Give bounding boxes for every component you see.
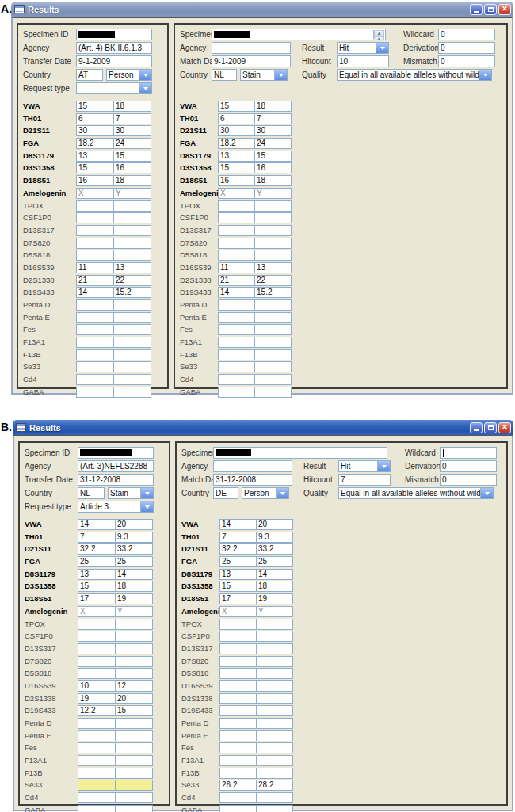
allele-value-cell[interactable]: [219, 705, 257, 716]
allele-value-cell[interactable]: 26.2: [219, 780, 257, 791]
allele-value-cell[interactable]: [78, 619, 116, 630]
allele-value-cell[interactable]: [219, 742, 257, 753]
allele-value-cell[interactable]: [113, 349, 151, 360]
allele-value-cell[interactable]: [254, 361, 292, 372]
allele-value-cell[interactable]: 33.2: [115, 543, 153, 555]
allele-value-cell[interactable]: 11: [76, 262, 114, 273]
allele-value-cell[interactable]: [113, 387, 151, 398]
allele-value-cell[interactable]: [115, 742, 153, 753]
allele-value-cell[interactable]: 11: [218, 262, 255, 273]
allele-value-cell[interactable]: [256, 742, 293, 753]
quality-dropdown[interactable]: Equal in all available alleles without w…: [338, 487, 494, 499]
match-date-field[interactable]: 9-1-2009: [212, 55, 291, 67]
allele-value-cell[interactable]: 25: [78, 556, 116, 567]
allele-value-cell[interactable]: 30: [76, 125, 114, 136]
dropdown-arrow-icon[interactable]: [139, 83, 151, 93]
allele-value-cell[interactable]: [218, 337, 255, 348]
allele-value-cell[interactable]: 24: [254, 138, 292, 149]
allele-value-cell[interactable]: [218, 349, 255, 360]
allele-value-cell[interactable]: 14: [256, 569, 293, 580]
allele-value-cell[interactable]: [115, 631, 153, 642]
allele-value-cell[interactable]: [115, 792, 153, 803]
allele-value-cell[interactable]: 13: [219, 569, 257, 580]
allele-value-cell[interactable]: [115, 619, 153, 630]
allele-value-cell[interactable]: [256, 718, 293, 729]
minimize-button[interactable]: [470, 4, 483, 15]
allele-value-cell[interactable]: [78, 631, 116, 642]
allele-value-cell[interactable]: 15.2: [113, 287, 151, 298]
allele-value-cell[interactable]: [256, 643, 293, 654]
allele-value-cell[interactable]: [254, 200, 292, 212]
allele-value-cell[interactable]: [256, 693, 293, 704]
allele-value-cell[interactable]: 13: [254, 262, 292, 273]
allele-value-cell[interactable]: 18: [113, 101, 151, 112]
allele-value-cell[interactable]: [78, 780, 116, 791]
country-code-field[interactable]: NL: [78, 487, 105, 499]
allele-value-cell[interactable]: [78, 643, 116, 654]
result-dropdown[interactable]: Hit: [338, 460, 391, 472]
allele-value-cell[interactable]: [115, 755, 153, 766]
allele-value-cell[interactable]: [218, 250, 255, 261]
allele-value-cell[interactable]: 20: [115, 519, 153, 530]
allele-value-cell[interactable]: [256, 730, 293, 741]
allele-value-cell[interactable]: 16: [218, 175, 255, 186]
allele-value-cell[interactable]: [78, 792, 116, 803]
allele-value-cell[interactable]: 24: [113, 138, 151, 149]
allele-value-cell[interactable]: [219, 768, 257, 779]
allele-value-cell[interactable]: [219, 656, 257, 667]
allele-value-cell[interactable]: X: [218, 188, 255, 199]
allele-value-cell[interactable]: 28.2: [256, 780, 293, 791]
allele-value-cell[interactable]: [113, 361, 151, 372]
allele-value-cell[interactable]: [219, 631, 257, 642]
quality-dropdown[interactable]: Equal in all available alleles without w…: [337, 69, 492, 81]
dropdown-arrow-icon[interactable]: [276, 488, 288, 498]
allele-value-cell[interactable]: [115, 768, 153, 779]
minimize-button[interactable]: [470, 422, 483, 433]
specimen-id-field[interactable]: [213, 447, 387, 459]
country-type-dropdown[interactable]: Person: [106, 69, 152, 81]
transfer-date-field[interactable]: 31-12-2008: [78, 474, 154, 486]
spinner-control[interactable]: ▲▼: [373, 30, 384, 39]
allele-value-cell[interactable]: [218, 387, 255, 398]
spin-up-icon[interactable]: ▲: [374, 30, 384, 36]
allele-value-cell[interactable]: 13: [113, 262, 151, 273]
allele-value-cell[interactable]: [113, 250, 151, 261]
allele-value-cell[interactable]: 22: [113, 275, 151, 286]
allele-value-cell[interactable]: [256, 619, 293, 630]
allele-value-cell[interactable]: [115, 780, 153, 791]
allele-value-cell[interactable]: 9.3: [115, 532, 153, 543]
allele-value-cell[interactable]: 21: [218, 275, 255, 286]
allele-value-cell[interactable]: 7: [78, 532, 116, 543]
derivation-field[interactable]: 0: [438, 42, 495, 54]
allele-value-cell[interactable]: [218, 200, 255, 212]
allele-value-cell[interactable]: Y: [113, 188, 151, 199]
allele-value-cell[interactable]: [115, 730, 153, 741]
request-type-dropdown[interactable]: Article 3: [78, 501, 154, 513]
allele-value-cell[interactable]: 18: [115, 581, 153, 592]
allele-value-cell[interactable]: 25: [219, 556, 257, 567]
allele-value-cell[interactable]: 15: [76, 101, 114, 112]
country-code-field[interactable]: AT: [76, 69, 103, 81]
allele-value-cell[interactable]: [113, 312, 151, 323]
allele-value-cell[interactable]: [76, 212, 114, 223]
allele-value-cell[interactable]: [219, 730, 257, 741]
allele-value-cell[interactable]: 30: [254, 125, 292, 136]
allele-value-cell[interactable]: [113, 337, 151, 348]
allele-value-cell[interactable]: [254, 299, 292, 311]
allele-value-cell[interactable]: [256, 680, 293, 692]
allele-value-cell[interactable]: [113, 324, 151, 335]
allele-value-cell[interactable]: Y: [115, 606, 153, 617]
allele-value-cell[interactable]: 22: [254, 275, 292, 286]
allele-value-cell[interactable]: [219, 680, 257, 692]
allele-value-cell[interactable]: 19: [256, 593, 293, 604]
allele-value-cell[interactable]: X: [76, 188, 114, 199]
allele-value-cell[interactable]: [254, 374, 292, 385]
allele-value-cell[interactable]: [256, 631, 293, 642]
allele-value-cell[interactable]: 14: [219, 519, 257, 530]
allele-value-cell[interactable]: 32.2: [78, 543, 116, 555]
dropdown-arrow-icon[interactable]: [479, 70, 491, 80]
allele-value-cell[interactable]: 12: [115, 680, 153, 692]
allele-value-cell[interactable]: [113, 374, 151, 385]
hitcount-field[interactable]: 7: [338, 474, 391, 486]
allele-value-cell[interactable]: 18.2: [76, 138, 114, 149]
